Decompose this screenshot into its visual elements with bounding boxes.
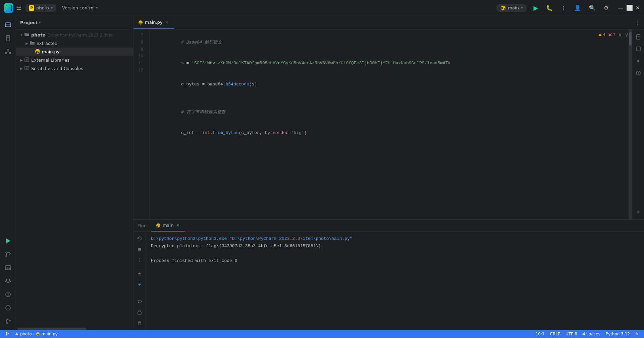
svg-rect-4	[5, 23, 11, 27]
project-selector[interactable]: P photo ▾	[25, 4, 56, 12]
more-menu-icon[interactable]: ⋮	[559, 3, 568, 12]
sidebar-item-run[interactable]	[2, 235, 14, 247]
svg-rect-42	[139, 313, 141, 313]
bottom-panel: Run py main × ⋮	[133, 219, 644, 330]
expand-arrow-extlibs: ▶	[19, 58, 24, 62]
settings-icon[interactable]: ⚙	[602, 3, 610, 12]
right-panel-ai-icon[interactable]: ✦	[634, 56, 643, 66]
extlibs-icon	[24, 57, 30, 63]
line-numbers: 7 8 9 10 11 12	[133, 29, 150, 219]
editor-vscrollbar[interactable]	[629, 29, 632, 219]
scratches-icon	[24, 65, 30, 72]
scroll-to-bottom-icon[interactable]	[135, 280, 144, 289]
status-cursor-pos: 10:1	[536, 332, 545, 336]
console-more-icon[interactable]: ⋮	[135, 255, 144, 265]
editor-tab-mainpy[interactable]: py main.py ×	[133, 16, 174, 29]
tree-item-extracted[interactable]: ▶ extracted	[16, 39, 133, 48]
svg-text:py: py	[36, 51, 39, 53]
bottom-tab-main-close[interactable]: ×	[175, 223, 180, 228]
status-encoding[interactable]: UTF-8	[564, 332, 579, 336]
tree-label-mainpy: main.py	[42, 49, 60, 54]
debug-icon[interactable]: 🐛	[545, 3, 554, 12]
sidebar-item-git[interactable]	[2, 248, 14, 260]
status-file: main.py	[41, 332, 58, 336]
tree-item-extlibs[interactable]: ▶ External Libraries	[16, 56, 133, 64]
code-dot: .	[210, 130, 213, 135]
right-panel-bookmarks-icon[interactable]	[634, 32, 643, 42]
svg-point-18	[6, 322, 7, 324]
hamburger-menu[interactable]: ☰	[16, 4, 21, 11]
status-line-ending[interactable]: CRLF	[549, 332, 561, 336]
search-everywhere-icon[interactable]: 🔍	[588, 3, 597, 12]
code-close-paren: )	[304, 130, 307, 135]
scroll-to-top-icon[interactable]	[135, 269, 144, 278]
code-int-keyword: int	[202, 130, 210, 135]
code-line-7: # Base64 解码密文	[155, 32, 623, 53]
status-vcs-icon	[5, 332, 9, 336]
close-button[interactable]: ✕	[636, 5, 640, 11]
folder-icon-photo	[24, 32, 30, 38]
code-line-12: c_int = int.from_bytes(c_bytes, byteorde…	[155, 123, 623, 143]
sidebar-header[interactable]: Project ▾	[16, 16, 133, 29]
status-write-icon: ✎	[635, 332, 639, 336]
bottom-tab-main[interactable]: py main ×	[151, 220, 185, 231]
status-breadcrumb[interactable]: photo › py main.py	[13, 332, 59, 336]
trash-icon[interactable]	[135, 319, 144, 328]
bottom-tab-run[interactable]: Run	[133, 220, 151, 231]
sidebar-item-terminal[interactable]	[2, 262, 14, 274]
vcs-label: Version control	[62, 5, 95, 10]
tree-item-scratches[interactable]: ▶ Scratches and Consoles	[16, 64, 133, 73]
rerun-icon[interactable]	[135, 234, 144, 243]
status-cursor[interactable]: 10:1	[534, 332, 546, 336]
minimize-button[interactable]: —	[618, 5, 624, 11]
tree-item-mainpy[interactable]: ▶ py main.py	[16, 48, 133, 56]
status-indent[interactable]: 4 spaces	[581, 332, 602, 336]
sidebar-item-vcs-bottom[interactable]	[2, 315, 14, 327]
vcs-menu[interactable]: Version control ▾	[59, 4, 101, 12]
svg-rect-5	[6, 36, 10, 41]
tab-more-button[interactable]: ⋮	[631, 16, 644, 29]
editor-code-container: ! 4 7 ∧ ∨ 7 8 9 10 11 12	[133, 29, 644, 219]
branch-selector[interactable]: Py main ▾	[496, 4, 527, 12]
code-cbytes: c_bytes = base64.	[181, 82, 226, 87]
sidebar-item-structure[interactable]	[2, 46, 14, 58]
expand-arrow-scratches: ▶	[19, 67, 24, 70]
tab-close-mainpy[interactable]: ×	[165, 20, 169, 25]
tree-label-scratches: Scratches and Consoles	[31, 66, 83, 71]
right-panel-sparkle-icon[interactable]: ✧	[634, 207, 643, 217]
print-icon[interactable]	[135, 308, 144, 317]
status-write[interactable]: ✎	[634, 332, 640, 336]
status-python-version: Python 3.12	[606, 332, 630, 336]
sidebar-hscrollbar-thumb	[17, 328, 86, 330]
status-python-ver[interactable]: Python 3.12	[604, 332, 631, 336]
right-panel-structure-icon[interactable]	[634, 44, 643, 54]
code-content[interactable]: # Base64 解码密文 s = 'S0I3iWhvszKbOM/0alKTA…	[150, 29, 629, 219]
sidebar-item-info[interactable]: i	[2, 302, 14, 314]
stop-icon[interactable]	[135, 245, 144, 254]
sidebar-item-plugins[interactable]	[2, 288, 14, 300]
svg-marker-47	[15, 332, 18, 335]
tree-item-photo[interactable]: ▾ photo D:\python\PyCharm 2023.2.3\ite	[16, 31, 133, 39]
project-name: photo	[36, 5, 49, 10]
run-button[interactable]: ▶	[532, 3, 539, 13]
editor-vscrollbar-thumb	[629, 32, 632, 46]
project-sidebar: Project ▾ ▾ photo D:\python\PyCharm 2023…	[16, 16, 133, 330]
svg-point-11	[6, 255, 7, 257]
terminal-output[interactable]: D:\python\python3\python3.exe "D:\python…	[146, 232, 644, 330]
softrap-icon[interactable]	[135, 297, 144, 307]
expand-warnings-icon[interactable]: ∧	[618, 31, 622, 38]
sidebar-hscrollbar[interactable]	[16, 327, 133, 330]
status-vcs[interactable]	[4, 332, 11, 336]
right-panel-history-icon[interactable]	[634, 68, 643, 78]
svg-point-45	[6, 335, 7, 336]
project-icon: P	[29, 5, 34, 11]
sidebar-item-layers[interactable]	[2, 275, 14, 287]
maximize-button[interactable]: ⬜	[626, 5, 633, 11]
right-panel: ✦ ✧	[632, 29, 644, 219]
sidebar-item-project[interactable]	[2, 19, 14, 31]
sidebar-item-bookmarks[interactable]	[2, 32, 14, 44]
svg-rect-1	[6, 5, 11, 11]
python-icon: Py	[500, 5, 506, 11]
collapse-warnings-icon[interactable]: ∨	[625, 31, 629, 38]
profile-icon[interactable]: 👤	[573, 3, 582, 12]
